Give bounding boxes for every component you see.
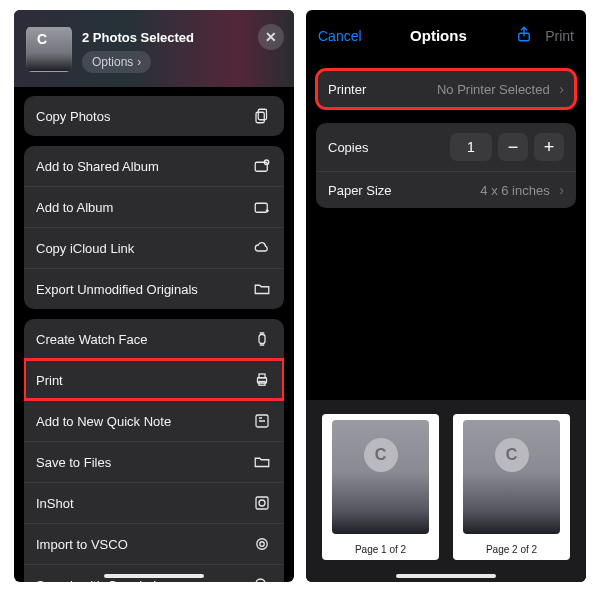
folder-icon [252,279,272,299]
svg-point-12 [257,539,268,550]
chevron-right-icon: › [137,55,141,69]
row-label: Search with Google Lens [36,578,181,583]
action-group: Create Watch Face Print Add to New Quick… [24,319,284,582]
svg-point-11 [259,500,265,506]
copies-increment[interactable]: + [534,133,564,161]
svg-rect-7 [259,374,265,378]
page-preview[interactable]: C Page 2 of 2 [453,414,570,560]
selection-title: 2 Photos Selected [82,30,194,45]
row-label: Copy iCloud Link [36,241,134,256]
chevron-right-icon: › [559,182,564,198]
page-caption: Page 2 of 2 [453,539,570,560]
add-shared-album-row[interactable]: Add to Shared Album [24,146,284,186]
save-files-row[interactable]: Save to Files [24,441,284,482]
icloud-link-icon [252,238,272,258]
vsco-row[interactable]: Import to VSCO [24,523,284,564]
row-label: Add to Shared Album [36,159,159,174]
quick-note-icon [252,411,272,431]
page-previews: C Page 1 of 2 C Page 2 of 2 [306,400,586,582]
svg-rect-4 [255,203,267,212]
paper-value: 4 x 6 inches [480,183,549,198]
close-icon: ✕ [265,29,277,45]
copies-label: Copies [328,140,368,155]
nav-bar: Cancel Options Print [306,10,586,57]
row-label: Print [36,373,63,388]
share-sheet-screen: 2 Photos Selected Options › ✕ Copy Photo… [14,10,294,582]
row-label: Export Unmodified Originals [36,282,198,297]
row-label: InShot [36,496,74,511]
printer-row[interactable]: Printer No Printer Selected › [316,69,576,109]
paper-size-row[interactable]: Paper Size 4 x 6 inches › [316,171,576,208]
row-label: Create Watch Face [36,332,148,347]
album-add-icon [252,197,272,217]
copies-value: 1 [450,133,492,161]
thumbnail-glyph: C [495,438,529,472]
print-row[interactable]: Print [24,359,284,400]
page-title: Options [410,27,467,44]
print-icon [252,370,272,390]
copy-icloud-link-row[interactable]: Copy iCloud Link [24,227,284,268]
row-label: Add to Album [36,200,113,215]
google-lens-row[interactable]: Search with Google Lens [24,564,284,582]
page-preview[interactable]: C Page 1 of 2 [322,414,439,560]
vsco-icon [252,534,272,554]
page-caption: Page 1 of 2 [322,539,439,560]
home-indicator [104,574,204,578]
chevron-right-icon: › [559,81,564,97]
action-group: Copy Photos [24,96,284,136]
watch-icon [252,329,272,349]
inshot-row[interactable]: InShot [24,482,284,523]
print-settings-group: Copies 1 − + Paper Size 4 x 6 inches › [316,123,576,208]
home-indicator [396,574,496,578]
cancel-button[interactable]: Cancel [318,28,362,44]
share-icon[interactable] [515,24,533,47]
svg-rect-1 [256,112,264,123]
copies-row: Copies 1 − + [316,123,576,171]
svg-point-13 [260,542,265,547]
options-pill[interactable]: Options › [82,51,151,73]
search-icon [252,575,272,582]
svg-rect-10 [256,497,268,509]
shared-album-icon [252,156,272,176]
row-label: Add to New Quick Note [36,414,171,429]
quick-note-row[interactable]: Add to New Quick Note [24,400,284,441]
row-label: Import to VSCO [36,537,128,552]
copy-photos-icon [252,106,272,126]
action-group: Add to Shared Album Add to Album Copy iC… [24,146,284,309]
printer-label: Printer [328,82,366,97]
paper-label: Paper Size [328,183,392,198]
share-header: 2 Photos Selected Options › ✕ [14,10,294,87]
options-label: Options [92,55,133,69]
svg-rect-5 [259,335,265,344]
thumbnail-glyph: C [364,438,398,472]
export-originals-row[interactable]: Export Unmodified Originals [24,268,284,309]
copy-photos-row[interactable]: Copy Photos [24,96,284,136]
add-album-row[interactable]: Add to Album [24,186,284,227]
printer-value: No Printer Selected [437,82,550,97]
copies-decrement[interactable]: − [498,133,528,161]
row-label: Save to Files [36,455,111,470]
selection-thumbnail [26,26,72,72]
print-options-screen: Cancel Options Print Printer No Printer … [306,10,586,582]
row-label: Copy Photos [36,109,110,124]
inshot-icon [252,493,272,513]
close-button[interactable]: ✕ [258,24,284,50]
print-button[interactable]: Print [545,28,574,44]
svg-point-14 [256,579,265,582]
svg-rect-0 [258,109,266,120]
watch-face-row[interactable]: Create Watch Face [24,319,284,359]
files-icon [252,452,272,472]
